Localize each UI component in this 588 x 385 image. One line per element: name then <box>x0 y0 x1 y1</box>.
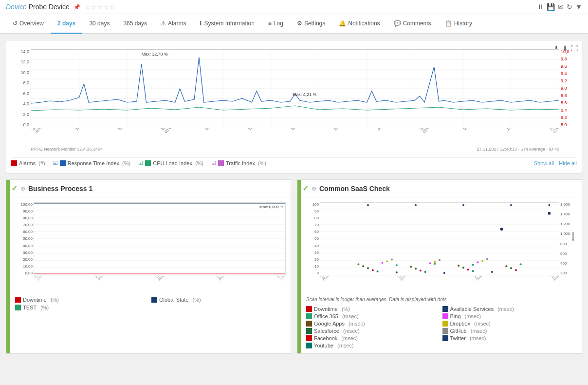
svg-point-77 <box>500 228 503 231</box>
panel1-legend: Downtime (%) Global State (%) TEST (%) <box>15 297 286 310</box>
panel1-check-icon: ✓ <box>11 184 18 193</box>
p2-twitter-label: Twitter <box>450 335 466 341</box>
svg-point-72 <box>486 258 488 260</box>
tab-alarms[interactable]: ⚠ Alarms <box>154 14 193 34</box>
panel2-header: ✓ ⊕ Common SaaS Check <box>297 180 582 197</box>
tab-365days[interactable]: 365 days <box>116 14 154 34</box>
panel-saas-check: ✓ ⊕ Common SaaS Check 100 90 80 70 60 50… <box>297 179 582 354</box>
tab-2days[interactable]: 2 days <box>51 14 82 34</box>
legend-alarms: Alarms (#) <box>11 160 45 166</box>
p2-yr-1600: 1.600 <box>560 202 570 207</box>
y-right-88: 8,8 <box>561 93 567 98</box>
p2-x4: 27.11.12:00 <box>550 276 560 281</box>
panel1-header: ✓ ⊕ Business Process 1 <box>6 180 291 197</box>
p2-dropbox-label: Dropbox <box>450 321 471 327</box>
p2-salesforce-color <box>306 328 312 334</box>
prtg-label: PRTG Network Monitor 17.4.36.3404 <box>31 147 103 152</box>
tab-30days[interactable]: 30 days <box>82 14 116 34</box>
p2-legend-bing: Bing (msec) <box>442 313 577 319</box>
notifications-icon: 🔔 <box>339 20 346 27</box>
y-right-82: 8,2 <box>561 115 567 120</box>
rti-unit: (%) <box>122 160 130 166</box>
traffic-checkbox[interactable]: ☑ <box>211 160 216 166</box>
x-label: 26.11.03:00 <box>160 128 174 135</box>
p2-facebook-label: Facebook <box>314 335 337 341</box>
tab-settings[interactable]: ⚙ Settings <box>290 14 332 34</box>
y-right-10: 10,0 <box>561 49 570 54</box>
svg-point-71 <box>439 259 441 261</box>
star-rating[interactable]: ☆☆☆☆☆ <box>84 3 116 11</box>
p2-legend-dropbox: Dropbox (msec) <box>442 321 577 327</box>
x-label: 11:00 <box>247 128 260 135</box>
hide-all-link[interactable]: Hide all <box>559 160 577 166</box>
svg-point-56 <box>510 267 512 269</box>
refresh-icon[interactable]: ↻ <box>567 3 572 11</box>
svg-point-67 <box>386 260 388 262</box>
svg-point-59 <box>467 269 469 270</box>
legend-cpu: ☑ CPU Load Index (%) <box>138 160 203 166</box>
svg-text:Max: 12,70 %: Max: 12,70 % <box>142 52 168 57</box>
p2-twitter-unit: (msec) <box>470 335 486 341</box>
y-left-14: 14,0 <box>20 49 29 54</box>
cpu-checkbox[interactable]: ☑ <box>138 160 143 166</box>
p2-googleapps-color <box>306 321 312 327</box>
panel2-move-icon: ⊕ <box>312 185 316 192</box>
tab-notifications[interactable]: 🔔 Notifications <box>332 14 386 34</box>
p2-office365-color <box>306 313 312 319</box>
y-left-6: 6,0 <box>23 91 29 96</box>
traffic-unit: (%) <box>258 160 266 166</box>
y-right-84: 8,4 <box>561 108 567 113</box>
header-icons: ⏸ 💾 ✉ ↻ ▼ <box>537 3 582 11</box>
tab-overview[interactable]: ↺ Overview <box>6 14 51 34</box>
svg-point-66 <box>477 261 478 263</box>
p1-test-unit: (%) <box>40 305 49 310</box>
p1-legend-test: TEST (%) <box>15 305 149 310</box>
tab-history[interactable]: 📋 History <box>438 14 479 34</box>
header-left: Device Probe Device 📌 ☆☆☆☆☆ <box>6 3 116 11</box>
y-left-4: 4,0 <box>23 101 29 106</box>
p2-office365-unit: (msec) <box>342 313 359 319</box>
panel-business-process: ✓ ⊕ Business Process 1 100,00 90,00 80,0… <box>6 179 291 354</box>
save-icon[interactable]: 💾 <box>547 3 555 11</box>
tab-log[interactable]: ≡ Log <box>261 14 290 34</box>
rti-checkbox[interactable]: ☑ <box>53 160 58 166</box>
main-chart-svg: Max: 12,70 % Max: 4,21 % <box>31 50 559 128</box>
alarms-tab-icon: ⚠ <box>161 20 166 27</box>
svg-point-46 <box>434 263 436 265</box>
svg-point-39 <box>367 204 369 206</box>
p2-available-color <box>442 306 448 312</box>
y-right-92: 9,2 <box>561 78 567 83</box>
p2-yr-400: 400 <box>560 261 567 266</box>
svg-point-52 <box>505 265 507 267</box>
p2-office365-label: Office 365 <box>314 313 338 319</box>
bottom-row: ✓ ⊕ Business Process 1 100,00 90,00 80,0… <box>6 179 582 354</box>
show-all-link[interactable]: Show all <box>534 160 554 166</box>
x-label: 26.11.03:00 <box>419 128 432 135</box>
svg-point-58 <box>420 270 422 271</box>
p2-legend-facebook: Facebook (msec) <box>306 335 441 341</box>
tab-comments[interactable]: 💬 Comments <box>387 14 438 34</box>
email-icon[interactable]: ✉ <box>558 3 564 11</box>
cpu-color <box>145 160 151 166</box>
p2-y-100: 100 <box>312 202 319 207</box>
p2-y-0: 0 <box>317 271 319 275</box>
svg-point-48 <box>520 263 522 265</box>
tab-sysinfo[interactable]: ℹ System Information <box>193 14 261 34</box>
svg-point-74 <box>443 272 445 274</box>
p2-legend-github: GitHub (msec) <box>442 328 577 334</box>
legend-rti: ☑ Response Time Index (%) <box>53 160 131 166</box>
p2-googleapps-unit: (msec) <box>349 321 365 327</box>
svg-point-61 <box>377 270 379 272</box>
x-label: 19:00 <box>333 128 346 135</box>
p1-x4: 27.11.06:00 <box>216 276 227 281</box>
dropdown-icon[interactable]: ▼ <box>575 3 582 11</box>
svg-point-73 <box>396 271 398 273</box>
y-left-12: 12,0 <box>20 59 29 64</box>
p2-dropbox-unit: (msec) <box>474 321 491 327</box>
p1-y-30: 30,00 <box>23 250 33 255</box>
panel2-chart-svg <box>320 203 559 275</box>
y-right-98: 9,8 <box>561 57 567 61</box>
y-right-80: 8,0 <box>561 122 567 127</box>
p2-facebook-color <box>306 335 312 341</box>
pause-icon[interactable]: ⏸ <box>537 3 544 11</box>
